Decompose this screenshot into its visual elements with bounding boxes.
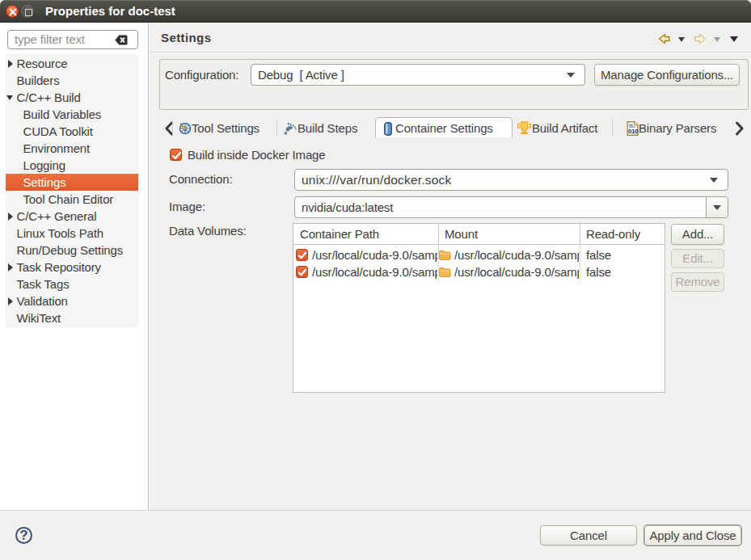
- svg-text:010: 010: [628, 128, 639, 135]
